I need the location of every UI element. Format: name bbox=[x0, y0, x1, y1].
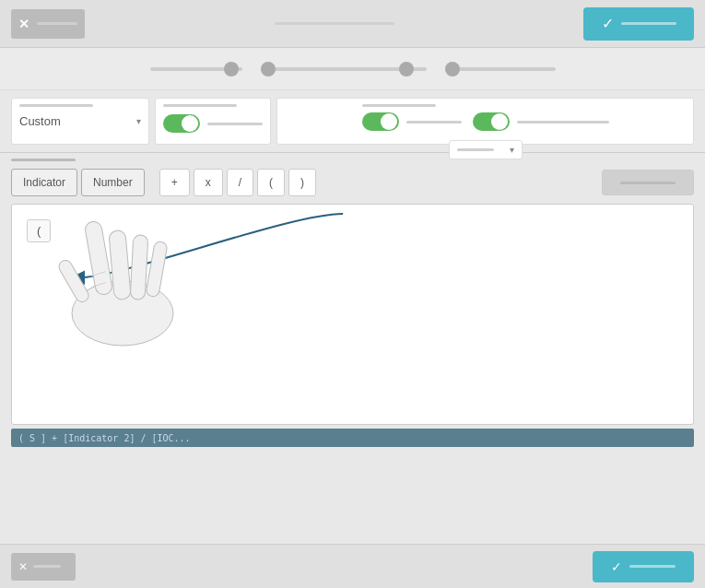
slider-track-mid[interactable] bbox=[261, 67, 427, 71]
confirm-button-top[interactable]: ✓ bbox=[583, 7, 694, 41]
toggle2-text-placeholder bbox=[406, 121, 462, 123]
svg-rect-5 bbox=[56, 258, 90, 304]
bottom-bar: ✕ ✓ bbox=[0, 544, 705, 588]
formula-editor[interactable]: ( bbox=[11, 204, 694, 425]
check-icon-top: ✓ bbox=[602, 15, 614, 32]
toggle-3-knob bbox=[491, 113, 508, 130]
check-icon-bottom: ✓ bbox=[611, 559, 622, 574]
multiply-button[interactable]: x bbox=[194, 169, 223, 196]
toggle1-label-placeholder bbox=[163, 104, 237, 107]
close-btn-label-placeholder bbox=[37, 22, 77, 25]
controls-row: Custom ▾ bbox=[0, 90, 705, 153]
svg-rect-1 bbox=[84, 220, 113, 296]
formula-token-open-paren: ( bbox=[27, 219, 51, 242]
formula-arrow-svg bbox=[12, 205, 693, 424]
dropdown-arrow-icon: ▾ bbox=[136, 116, 141, 126]
confirm-button-bottom[interactable]: ✓ bbox=[593, 551, 694, 582]
toggle-pair-3 bbox=[473, 112, 609, 131]
slider-thumb-right[interactable] bbox=[445, 62, 460, 76]
indicator-button[interactable]: Indicator bbox=[11, 169, 77, 196]
formula-right-btn-label bbox=[620, 182, 676, 184]
slider-group-right bbox=[445, 67, 556, 71]
last-dropdown[interactable]: ▾ bbox=[449, 140, 523, 159]
toggle-1-knob bbox=[182, 115, 198, 132]
close-icon-bottom: ✕ bbox=[18, 560, 28, 573]
confirm-btn-label-placeholder bbox=[621, 22, 676, 25]
toggle1-row bbox=[163, 114, 263, 133]
toggle-1[interactable] bbox=[163, 114, 200, 133]
slider-bar bbox=[0, 48, 705, 90]
confirm-btn-bottom-label-placeholder bbox=[629, 565, 676, 568]
toggle3-text-placeholder bbox=[517, 121, 609, 123]
formula-buttons-row: Indicator Number + x / ( ) bbox=[11, 169, 694, 196]
formula-status-bar: ( S ] + [Indicator 2] / [IOC... bbox=[11, 429, 694, 447]
slider-track-left[interactable] bbox=[150, 67, 242, 71]
slider-thumb-mid-right[interactable] bbox=[399, 62, 414, 76]
svg-rect-2 bbox=[109, 229, 131, 300]
toggle1-text-placeholder bbox=[207, 123, 263, 125]
last-dropdown-arrow-icon: ▾ bbox=[510, 145, 514, 155]
toggle-wide-box: ▾ bbox=[276, 98, 694, 145]
open-paren-button[interactable]: ( bbox=[257, 169, 285, 196]
slider-group-mid bbox=[261, 67, 427, 71]
plus-button[interactable]: + bbox=[159, 169, 190, 196]
hand-cursor-illustration bbox=[40, 204, 206, 350]
slider-thumb-left[interactable] bbox=[224, 62, 239, 76]
dropdown-label-placeholder bbox=[19, 104, 93, 107]
svg-line-7 bbox=[91, 283, 106, 288]
close-btn-bottom-label-placeholder bbox=[33, 565, 61, 568]
toggle-2-knob bbox=[381, 113, 397, 130]
toggle-pair-2 bbox=[362, 112, 462, 131]
slider-track-right[interactable] bbox=[445, 67, 556, 71]
slider-thumb-mid-left[interactable] bbox=[261, 62, 276, 76]
top-bar-center bbox=[85, 22, 583, 25]
custom-dropdown-box: Custom ▾ bbox=[11, 98, 149, 145]
toggle23-label-placeholder bbox=[362, 104, 436, 107]
svg-point-0 bbox=[72, 281, 173, 346]
dropdown-inner[interactable]: Custom ▾ bbox=[19, 114, 141, 128]
formula-status-text: ( S ] + [Indicator 2] / [IOC... bbox=[18, 433, 191, 443]
svg-line-6 bbox=[91, 272, 106, 276]
toggle-3[interactable] bbox=[473, 112, 510, 131]
number-button[interactable]: Number bbox=[81, 169, 145, 196]
divide-button[interactable]: / bbox=[227, 169, 253, 196]
close-button-bottom[interactable]: ✕ bbox=[11, 553, 76, 581]
dropdown-selected-value: Custom bbox=[19, 114, 61, 128]
toggle-2[interactable] bbox=[362, 112, 399, 131]
last-dropdown-value-placeholder bbox=[457, 148, 494, 151]
top-bar: ✕ ✓ bbox=[0, 0, 705, 48]
slider-group-left bbox=[150, 67, 242, 71]
top-bar-left: ✕ bbox=[11, 9, 85, 39]
close-icon: ✕ bbox=[18, 17, 29, 31]
close-button[interactable]: ✕ bbox=[11, 9, 85, 39]
dialog-title-placeholder bbox=[275, 22, 394, 25]
close-paren-button[interactable]: ) bbox=[288, 169, 316, 196]
svg-rect-3 bbox=[130, 235, 148, 300]
formula-right-placeholder-btn[interactable] bbox=[602, 170, 694, 195]
formula-section-label bbox=[11, 159, 76, 161]
svg-rect-4 bbox=[146, 241, 168, 298]
toggle-box-1 bbox=[155, 98, 271, 145]
formula-section: Indicator Number + x / ( ) bbox=[0, 153, 705, 200]
